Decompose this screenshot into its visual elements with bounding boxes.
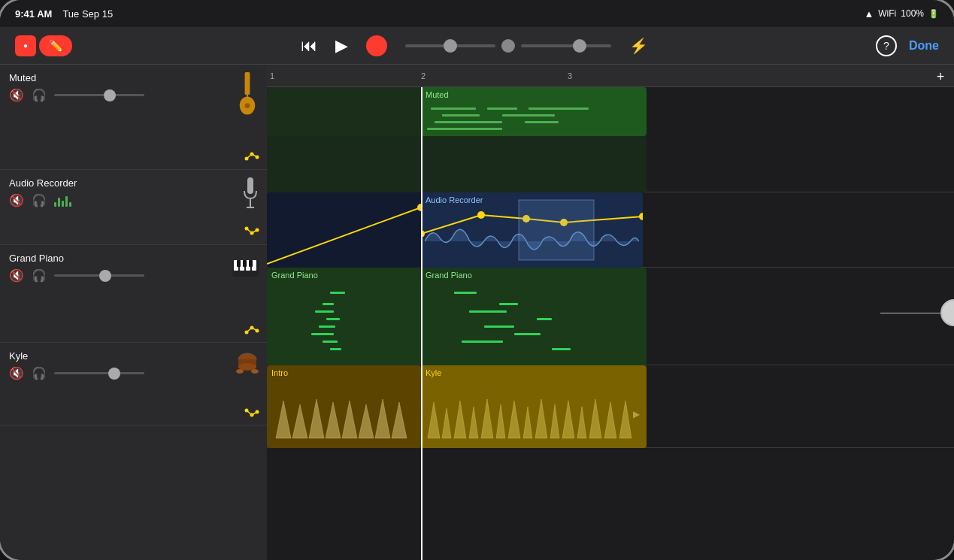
track-audio-name: Audio Recorder	[9, 177, 258, 189]
tempo-control	[405, 39, 611, 53]
svg-point-37	[639, 213, 643, 220]
headphone-button-4[interactable]: 🎧	[32, 366, 47, 380]
pencil-button[interactable]: ✏️	[39, 35, 72, 56]
svg-point-28	[251, 369, 259, 374]
track-piano-name: Grand Piano	[9, 253, 258, 264]
svg-marker-61	[619, 401, 631, 438]
track-kyle-name: Kyle	[9, 350, 258, 362]
pitch-slider[interactable]	[521, 44, 611, 47]
sidebar: Muted 🔇 🎧	[0, 65, 267, 560]
volume-thumb-3	[99, 270, 111, 282]
tempo-slider[interactable]	[405, 44, 495, 47]
clip-audio-recorder[interactable]: Audio Recorder	[421, 192, 643, 268]
mute-button-3[interactable]: 🔇	[9, 268, 24, 283]
add-track-button[interactable]: +	[933, 69, 948, 84]
mute-button-2[interactable]: 🔇	[9, 193, 24, 207]
tempo-circle	[501, 39, 515, 53]
volume-thumb-1	[104, 89, 116, 101]
track-piano-controls: 🔇 🎧	[9, 268, 258, 283]
tempo-thumb	[444, 39, 457, 53]
pencil-icon: ✏️	[49, 39, 63, 53]
rewind-button[interactable]: ⏮	[301, 36, 317, 56]
automation-icon-4[interactable]	[244, 407, 259, 420]
microphone-icon[interactable]	[241, 177, 259, 218]
svg-marker-48	[442, 408, 451, 438]
clip-kyle-label: Kyle	[426, 368, 441, 377]
svg-marker-40	[292, 404, 307, 438]
automation-icon-3[interactable]	[244, 324, 259, 338]
drums-icon[interactable]	[235, 350, 259, 383]
clip-audio-dark[interactable]	[267, 192, 421, 268]
clip-kyle-intro[interactable]: Intro	[267, 365, 421, 448]
svg-text:▶: ▶	[633, 409, 641, 419]
svg-marker-57	[562, 401, 574, 438]
track-muted-header: Muted 🔇 🎧	[0, 65, 267, 102]
guitar-icon[interactable]	[235, 72, 259, 120]
svg-marker-50	[469, 407, 478, 438]
svg-marker-54	[523, 407, 532, 438]
automation-icon-2[interactable]	[244, 226, 259, 240]
automation-icon-1[interactable]	[244, 150, 259, 163]
svg-rect-0	[245, 72, 250, 95]
timeline-tracks: Muted	[267, 87, 954, 448]
volume-slider-3[interactable]	[54, 274, 144, 277]
svg-marker-59	[589, 399, 601, 438]
clip-muted-label: Muted	[426, 90, 449, 99]
svg-point-34	[477, 211, 485, 219]
help-button[interactable]: ?	[876, 35, 897, 56]
transport-center: ⏮ ▶ ⚡	[301, 35, 648, 56]
svg-marker-55	[535, 399, 547, 438]
ruler-mark-1: 1	[270, 71, 274, 80]
transport-bar: ● ✏️ ⏮ ▶	[0, 27, 954, 65]
timeline-row-piano: Grand Piano	[267, 268, 954, 365]
svg-rect-18	[237, 260, 241, 267]
play-button[interactable]: ▶	[335, 36, 348, 56]
svg-marker-43	[342, 401, 357, 438]
svg-marker-47	[428, 402, 440, 438]
track-muted-controls: 🔇 🎧	[9, 88, 258, 102]
eq-indicator-2	[54, 195, 71, 207]
ruler-mark-2: 2	[421, 71, 426, 80]
svg-marker-60	[604, 402, 616, 438]
mute-button-1[interactable]: 🔇	[9, 88, 24, 102]
volume-slider-4[interactable]	[54, 372, 144, 374]
headphone-button-3[interactable]: 🎧	[32, 268, 47, 283]
headphone-button-1[interactable]: 🎧	[32, 88, 47, 102]
ipad-frame: 9:41 AM Tue Sep 15 ▲ WiFi 100% 🔋 ● ✏️	[0, 0, 954, 560]
metronome-button[interactable]: ⚡	[629, 37, 648, 55]
battery-icon: 100%	[901, 8, 924, 19]
record-button[interactable]	[366, 35, 387, 56]
transport-left: ● ✏️	[15, 35, 72, 56]
track-kyle: Kyle 🔇 🎧	[0, 343, 267, 425]
svg-rect-7	[247, 177, 253, 194]
svg-marker-41	[309, 399, 324, 438]
mute-button-4[interactable]: 🔇	[9, 366, 24, 380]
volume-slider-1[interactable]	[54, 94, 144, 96]
headphone-button-2[interactable]: 🎧	[32, 193, 47, 207]
svg-marker-45	[375, 399, 390, 438]
svg-marker-42	[326, 402, 341, 438]
ruler-mark-3: 3	[568, 71, 572, 80]
track-muted: Muted 🔇 🎧	[0, 65, 267, 170]
transport-right: ? Done	[876, 35, 939, 56]
clip-piano-1[interactable]: Grand Piano	[267, 268, 421, 365]
clip-piano-2[interactable]: Grand Piano	[421, 268, 647, 365]
done-button[interactable]: Done	[909, 39, 939, 53]
clip-piano-label-2: Grand Piano	[426, 271, 472, 280]
main-content: Muted 🔇 🎧	[0, 65, 954, 560]
track-kyle-controls: 🔇 🎧	[9, 366, 258, 380]
svg-marker-49	[454, 401, 466, 438]
piano-icon[interactable]	[232, 253, 259, 283]
svg-point-2	[245, 103, 250, 108]
wifi-signal-icon: WiFi	[878, 8, 896, 19]
clip-piano-label-1: Grand Piano	[271, 271, 318, 280]
playhead[interactable]	[421, 87, 422, 560]
clip-kyle-main[interactable]: Kyle	[421, 365, 647, 448]
pitch-thumb	[573, 39, 586, 53]
midi-notes-muted	[427, 104, 641, 130]
track-piano-header: Grand Piano 🔇 🎧	[0, 245, 267, 283]
record-icon: ●	[15, 35, 36, 56]
clip-muted-bright[interactable]: Muted	[421, 87, 647, 136]
clip-muted-lower[interactable]	[267, 136, 647, 192]
piano-midi-2	[424, 284, 644, 362]
